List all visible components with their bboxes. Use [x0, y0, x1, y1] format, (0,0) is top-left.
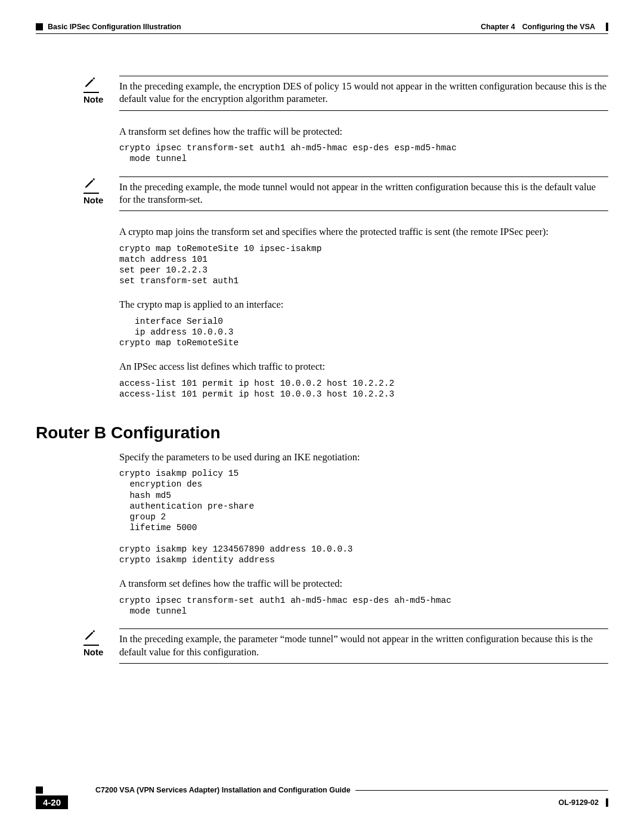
paragraph: A crypto map joins the transform set and… — [119, 225, 608, 238]
note-block: Note In the preceding example, the encry… — [83, 76, 608, 111]
note-pen-icon — [83, 76, 99, 93]
paragraph: An IPSec access list defines which traff… — [119, 360, 608, 373]
note-pen-icon — [83, 628, 99, 646]
paragraph: The crypto map is applied to an interfac… — [119, 298, 608, 311]
paragraph: A transform set defines how the traffic … — [119, 125, 608, 138]
doc-id: OL-9129-02 — [559, 798, 599, 807]
content-body: Note In the preceding example, the encry… — [83, 76, 608, 664]
note-label: Note — [83, 647, 103, 657]
page-footer: C7200 VSA (VPN Services Adapter) Install… — [36, 786, 608, 809]
header-bar-icon — [606, 23, 608, 31]
chapter-label: Chapter 4 — [481, 23, 515, 31]
page-header: Basic IPSec Configuration Illustration C… — [36, 23, 608, 32]
page-number-badge: 4-20 — [36, 795, 68, 809]
header-rule — [36, 33, 608, 34]
code-block: access-list 101 permit ip host 10.0.0.2 … — [119, 378, 608, 400]
code-block: crypto isakmp policy 15 encryption des h… — [119, 468, 608, 565]
note-label: Note — [83, 94, 103, 104]
section-title: Basic IPSec Configuration Illustration — [48, 23, 181, 31]
footer-guide-title: C7200 VSA (VPN Services Adapter) Install… — [95, 786, 351, 794]
header-square-icon — [36, 23, 43, 30]
code-block: crypto ipsec transform-set auth1 ah-md5-… — [119, 595, 608, 617]
footer-square-icon — [36, 786, 43, 794]
section-heading-router-b: Router B Configuration — [36, 423, 608, 442]
paragraph: Specify the parameters to be used during… — [119, 451, 608, 463]
footer-bar-icon — [606, 798, 608, 807]
code-block: interface Serial0 ip address 10.0.0.3 cr… — [119, 316, 608, 348]
note-text: In the preceding example, the parameter … — [119, 628, 608, 664]
note-text: In the preceding example, the encryption… — [119, 76, 608, 111]
note-label: Note — [83, 195, 103, 205]
footer-rule — [355, 790, 608, 791]
paragraph: A transform set defines how the traffic … — [119, 577, 608, 590]
chapter-title: Configuring the VSA — [522, 23, 595, 31]
note-text: In the preceding example, the mode tunne… — [119, 176, 608, 212]
note-pen-icon — [83, 176, 99, 194]
code-block: crypto map toRemoteSite 10 ipsec-isakmp … — [119, 243, 608, 287]
code-block: crypto ipsec transform-set auth1 ah-md5-… — [119, 143, 608, 164]
note-block: Note In the preceding example, the mode … — [83, 176, 608, 212]
note-block: Note In the preceding example, the param… — [83, 628, 608, 664]
